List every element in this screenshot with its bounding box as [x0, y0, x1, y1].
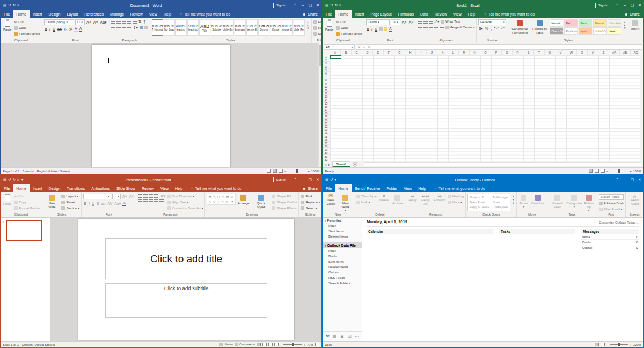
paste-button[interactable]: Paste	[2, 19, 12, 32]
gallery-more-icon[interactable]: ⊽	[307, 27, 309, 30]
page-break-view-icon[interactable]	[601, 169, 605, 173]
bold-icon[interactable]: B	[366, 27, 370, 32]
italic-icon[interactable]: I	[371, 27, 373, 32]
zoom-out-icon[interactable]: –	[280, 343, 282, 346]
column-header[interactable]: X	[577, 50, 588, 55]
ribbon-tab[interactable]: View	[400, 184, 415, 192]
new-items-button[interactable]: New Items▾	[339, 194, 352, 213]
formula-input[interactable]: ✕✓fx	[356, 44, 642, 50]
filter-email-button[interactable]: Filter Email▾	[599, 207, 624, 212]
align-top-icon[interactable]	[418, 20, 422, 24]
cut-button[interactable]: ✂Cut	[14, 20, 40, 25]
ribbon-tab[interactable]: File	[323, 10, 335, 18]
borders-icon[interactable]	[379, 27, 383, 31]
ribbon-tab[interactable]: Send / Receive	[352, 184, 383, 192]
font-size-combo[interactable]: ▾	[112, 194, 121, 199]
change-case-icon[interactable]: Aa▾	[100, 20, 107, 25]
cut-button[interactable]: ✂Cut	[336, 20, 362, 25]
copy-button[interactable]: Copy	[14, 200, 40, 205]
customize-outlook-today-link[interactable]: Customize Outlook Today ...	[599, 221, 639, 224]
orientation-icon[interactable]: ⤢▾	[434, 19, 440, 24]
section-button[interactable]: Section▾	[61, 206, 79, 211]
close-button[interactable]: ✕	[636, 1, 643, 10]
ribbon-display-options-icon[interactable]: ⌃	[291, 1, 299, 10]
text-direction-button[interactable]: Text Direction▾	[167, 194, 203, 199]
restore-button[interactable]: ▢	[628, 175, 636, 184]
align-right-icon[interactable]	[429, 26, 433, 29]
minimize-button[interactable]: –	[299, 175, 306, 184]
start-slideshow-icon[interactable]: ▷	[17, 177, 20, 182]
slide-sorter-view-icon[interactable]	[262, 343, 267, 346]
folder-item[interactable]: Inbox	[323, 223, 362, 228]
font-color-icon[interactable]: A	[389, 26, 392, 32]
columns-icon[interactable]	[159, 199, 164, 203]
ribbon-display-options-icon[interactable]: ⌃	[291, 175, 299, 184]
calendar-header[interactable]: Calendar	[367, 229, 493, 234]
save-icon[interactable]: ▤	[325, 3, 328, 8]
close-button[interactable]: ✕	[314, 1, 321, 10]
shrink-font-icon[interactable]: A˅	[129, 194, 135, 199]
restore-button[interactable]: ▢	[306, 175, 314, 184]
folder-item[interactable]: Inbox	[323, 248, 362, 254]
font-name-combo[interactable]: Calibri▾	[366, 19, 390, 25]
favorites-header[interactable]: ▾Favorites	[323, 218, 362, 223]
customize-qat-icon[interactable]: ▾	[17, 3, 19, 8]
shape-effects-button[interactable]: Shape Effects	[272, 206, 297, 211]
tell-me-box[interactable]: ☼Tell me what you want to do	[484, 10, 535, 18]
ribbon-tab[interactable]: Mailings	[107, 10, 127, 18]
normal-view-icon[interactable]	[257, 343, 261, 346]
underline-icon[interactable]: U	[91, 201, 95, 206]
percent-style-icon[interactable]: %	[485, 26, 489, 31]
search-people-box[interactable]: Search People	[599, 194, 624, 200]
forward-button[interactable]: ↪Forward	[434, 194, 446, 203]
style-item[interactable]: AaBbCcE Heading 2	[187, 19, 199, 36]
fit-slide-to-window-icon[interactable]	[315, 343, 319, 346]
zoom-out-icon[interactable]: –	[284, 169, 286, 173]
change-case-icon[interactable]: Aa▾	[114, 201, 121, 206]
zoom-slider[interactable]	[610, 169, 628, 173]
style-item[interactable]: AaBbCcDc Subtle Em...	[223, 19, 234, 36]
bold-icon[interactable]: B	[83, 201, 87, 206]
shading-icon[interactable]	[140, 26, 143, 29]
quick-styles-button[interactable]: Quick Styles	[252, 194, 270, 210]
shape-fill-button[interactable]: Shape Fill	[272, 194, 297, 199]
fx-icon[interactable]: fx	[368, 46, 370, 49]
read-mode-icon[interactable]	[267, 169, 271, 173]
increase-indent-icon[interactable]	[133, 20, 137, 24]
align-text-button[interactable]: Align Text▾	[167, 200, 203, 205]
folder-item[interactable]: Deleted Items	[323, 264, 362, 270]
customize-qat-icon[interactable]: ▾	[335, 177, 336, 182]
folder-item[interactable]: RSS Feeds	[323, 275, 362, 280]
column-header[interactable]: O	[480, 50, 491, 55]
folder-item[interactable]: Deleted Items	[323, 234, 362, 239]
numbering-icon[interactable]	[116, 20, 121, 24]
language-indicator[interactable]: English (United States)	[22, 343, 55, 346]
zoom-slider-thumb[interactable]	[292, 343, 294, 346]
follow-up-button[interactable]: Follow Up▾	[582, 194, 595, 213]
shape-outline-button[interactable]: Shape Outline	[272, 200, 297, 205]
column-header[interactable]: E	[373, 50, 384, 55]
share-button[interactable]: ☻Share	[624, 10, 640, 18]
ribbon-tab[interactable]: Slide Show	[113, 184, 138, 192]
ribbon-tab[interactable]: Review	[127, 10, 146, 18]
italic-icon[interactable]: I	[88, 201, 90, 206]
folder-item[interactable]: Outbox	[323, 270, 362, 275]
ribbon-tab[interactable]: Insert	[30, 10, 46, 18]
text-shadow-icon[interactable]: S	[96, 201, 100, 206]
style-item[interactable]: AaBbCcDc Intense Q...	[282, 19, 293, 36]
message-folder-row[interactable]: Inbox 0	[581, 234, 639, 240]
outlook-titlebar[interactable]: ▤↺▾ Outlook Today - Outlook ⌃–▢✕	[323, 175, 643, 184]
convert-smartart-button[interactable]: Convert to SmartArt▾	[167, 206, 203, 211]
zoom-slider[interactable]	[288, 169, 306, 173]
column-header[interactable]: G	[394, 50, 405, 55]
ribbon-tab[interactable]: Insert	[30, 184, 46, 192]
column-header[interactable]: D	[362, 50, 373, 55]
font-name-combo[interactable]: ▾	[83, 194, 111, 199]
ribbon-tab[interactable]: Help	[415, 184, 429, 192]
ribbon-tab[interactable]: Help	[172, 184, 186, 192]
folder-item[interactable]: Sent Items	[323, 259, 362, 264]
ribbon-tab[interactable]: Page Layout	[367, 10, 394, 18]
word-count[interactable]: 0 words	[23, 169, 34, 173]
underline-icon[interactable]: U	[374, 27, 378, 32]
onenote-button[interactable]: OneNote	[530, 194, 545, 206]
